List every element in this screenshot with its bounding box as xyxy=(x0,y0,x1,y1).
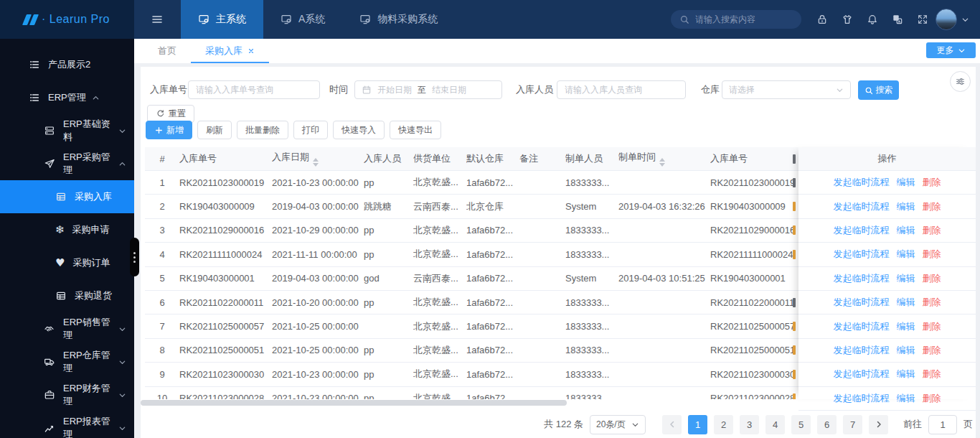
edit-link[interactable]: 编辑 xyxy=(897,296,915,309)
sidebar-item[interactable]: ERP采购管理 xyxy=(0,147,134,180)
edit-link[interactable]: 编辑 xyxy=(897,320,915,333)
sidebar-item[interactable]: 产品展示2 xyxy=(0,48,134,81)
table-row[interactable]: 9RK202110230000302021-10-23 00:00:00pp北京… xyxy=(145,363,798,386)
sidebar-item[interactable]: ❄采购申请 xyxy=(0,213,134,246)
edit-link[interactable]: 编辑 xyxy=(897,200,915,213)
page-number-button[interactable]: 4 xyxy=(765,415,785,434)
table-row[interactable]: 7RK202110250000572021-10-25 00:00:00北京乾盛… xyxy=(145,314,798,338)
column-header[interactable]: 入库日期 xyxy=(272,151,364,167)
page-number-button[interactable]: 2 xyxy=(714,415,733,434)
delete-link[interactable]: 删除 xyxy=(923,320,941,333)
top-nav-tab[interactable]: A系统 xyxy=(263,0,342,39)
toolbar-button[interactable]: 打印 xyxy=(293,121,328,139)
page-tab[interactable]: 采购入库 xyxy=(191,39,269,63)
start-flow-link[interactable]: 发起临时流程 xyxy=(834,248,890,261)
sidebar-item[interactable]: 采购退货 xyxy=(0,279,134,312)
page-size-select[interactable]: 20条/页 xyxy=(590,415,646,434)
lock-icon[interactable] xyxy=(816,14,828,25)
avatar[interactable] xyxy=(936,9,957,30)
more-button[interactable]: 更多 xyxy=(926,42,976,58)
delete-link[interactable]: 删除 xyxy=(923,176,941,189)
edit-link[interactable]: 编辑 xyxy=(897,176,915,189)
sidebar-item[interactable]: ERP财务管理 xyxy=(0,378,134,411)
table-row[interactable]: 1RK202110230000192021-10-23 00:00:00pp北京… xyxy=(145,171,798,195)
page-number-button[interactable]: 3 xyxy=(740,415,759,434)
bell-icon[interactable] xyxy=(867,14,878,25)
chevron-down-icon[interactable] xyxy=(961,16,969,24)
start-flow-link[interactable]: 发起临时流程 xyxy=(834,200,890,213)
sidebar-resize-handle[interactable] xyxy=(130,238,139,276)
top-nav-tab[interactable]: 物料采购系统 xyxy=(342,0,455,39)
goto-page-input[interactable] xyxy=(928,415,957,434)
page-number-button[interactable]: 7 xyxy=(843,415,862,434)
toolbar-button[interactable]: 批量删除 xyxy=(237,121,288,139)
page-number-button[interactable]: 6 xyxy=(817,415,837,434)
top-nav-tab[interactable]: 主系统 xyxy=(181,0,263,39)
column-header[interactable]: 制单时间 xyxy=(618,151,710,167)
start-flow-link[interactable]: 发起临时流程 xyxy=(834,392,890,405)
date-range-picker[interactable]: 开始日期 至 结束日期 xyxy=(354,80,502,99)
edit-link[interactable]: 编辑 xyxy=(897,224,915,237)
sort-icon[interactable] xyxy=(313,158,319,167)
table-row[interactable]: 2RK1904030000092019-04-03 00:00:00跳跳糖云南西… xyxy=(145,195,798,218)
sidebar-item[interactable]: ERP基础资料 xyxy=(0,114,134,147)
scrollbar-thumb[interactable] xyxy=(141,400,567,406)
start-flow-link[interactable]: 发起临时流程 xyxy=(834,272,890,285)
sidebar-item[interactable]: ERP管理 xyxy=(0,81,134,114)
start-flow-link[interactable]: 发起临时流程 xyxy=(834,224,890,237)
language-icon[interactable] xyxy=(892,14,903,25)
delete-link[interactable]: 删除 xyxy=(923,344,941,357)
sidebar-item[interactable]: ERP报表管理 xyxy=(0,411,134,438)
page-tab[interactable]: 首页 xyxy=(143,39,191,63)
delete-link[interactable]: 删除 xyxy=(923,248,941,261)
toolbar-button[interactable]: 刷新 xyxy=(197,121,232,139)
table-row[interactable]: 6RK202110220000112021-10-20 00:00:00pp北京… xyxy=(145,291,798,314)
sidebar-item[interactable]: ERP销售管理 xyxy=(0,312,134,345)
edit-link[interactable]: 编辑 xyxy=(897,344,915,357)
edit-link[interactable]: 编辑 xyxy=(897,248,915,261)
menu-icon[interactable] xyxy=(147,11,167,27)
filter-toggle-button[interactable] xyxy=(950,71,971,92)
start-flow-link[interactable]: 发起临时流程 xyxy=(834,368,890,381)
start-flow-link[interactable]: 发起临时流程 xyxy=(834,176,890,189)
sidebar-item[interactable]: 采购入库 xyxy=(0,180,134,213)
delete-link[interactable]: 删除 xyxy=(923,272,941,285)
order-no-input[interactable] xyxy=(188,80,320,99)
delete-link[interactable]: 删除 xyxy=(923,296,941,309)
list-icon xyxy=(29,92,40,103)
person-input[interactable] xyxy=(557,80,686,99)
table-row[interactable]: 3RK202110290000162021-10-29 00:00:00pp北京… xyxy=(145,219,798,243)
close-icon[interactable] xyxy=(248,47,255,55)
toolbar-button[interactable]: 新增 xyxy=(146,121,192,139)
delete-link[interactable]: 删除 xyxy=(923,368,941,381)
search-button[interactable]: 搜索 xyxy=(858,80,899,100)
warehouse-select[interactable]: 请选择 xyxy=(722,80,851,99)
sidebar-item[interactable]: ERP仓库管理 xyxy=(0,345,134,378)
table-row[interactable]: 10RK202110230000282021-10-23 00:00:00pp北… xyxy=(145,387,798,399)
edit-link[interactable]: 编辑 xyxy=(897,272,915,285)
theme-shirt-icon[interactable] xyxy=(842,14,853,25)
prev-page-button[interactable] xyxy=(662,415,682,434)
delete-link[interactable]: 删除 xyxy=(923,224,941,237)
column-header: 入库单号 xyxy=(179,152,272,165)
table-row[interactable]: 8RK202110250000512021-10-25 00:00:00pp北京… xyxy=(145,339,798,363)
fullscreen-icon[interactable] xyxy=(917,14,928,25)
page-number-button[interactable]: 5 xyxy=(791,415,811,434)
start-flow-link[interactable]: 发起临时流程 xyxy=(834,296,890,309)
toolbar-button[interactable]: 快速导出 xyxy=(390,121,441,139)
sort-icon[interactable] xyxy=(659,158,665,167)
sidebar-item[interactable]: ♥采购订单 xyxy=(0,246,134,279)
toolbar-button[interactable]: 快速导入 xyxy=(333,121,385,139)
edit-link[interactable]: 编辑 xyxy=(897,392,915,405)
next-page-button[interactable] xyxy=(869,415,888,434)
delete-link[interactable]: 删除 xyxy=(923,392,941,405)
delete-link[interactable]: 删除 xyxy=(923,200,941,213)
start-flow-link[interactable]: 发起临时流程 xyxy=(834,320,890,333)
table-row[interactable]: 4RK202111110000242021-11-11 00:00:00pp北京… xyxy=(145,243,798,266)
page-number-button[interactable]: 1 xyxy=(688,415,707,434)
global-search-input[interactable] xyxy=(695,14,793,24)
start-flow-link[interactable]: 发起临时流程 xyxy=(834,344,890,357)
app-logo[interactable]: · Learun Pro xyxy=(0,0,134,39)
edit-link[interactable]: 编辑 xyxy=(897,368,915,381)
table-row[interactable]: 5RK1904030000012019-04-03 00:00:00god云南西… xyxy=(145,267,798,291)
